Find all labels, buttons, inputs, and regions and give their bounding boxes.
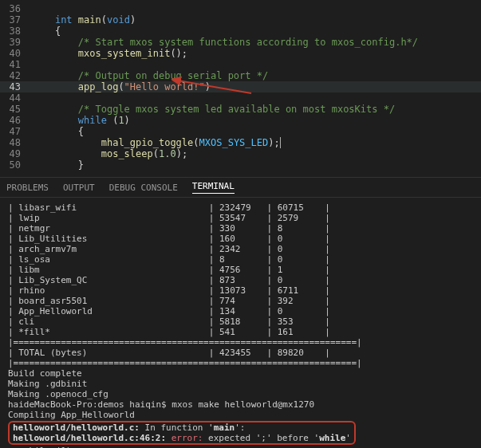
code-line[interactable]: 47 { (0, 126, 481, 137)
terminal-line: | cli | 5818 | 353 | (8, 316, 473, 327)
error-highlight: helloworld/helloworld.c: In function 'ma… (8, 421, 356, 445)
terminal-line: | TOTAL (bytes) | 423455 | 89820 | (8, 348, 473, 358)
line-number: 48 (0, 137, 32, 148)
terminal-line: | Lib_System_QC | 873 | 0 | (8, 275, 473, 285)
terminal-line: haideMacBook-Pro:demos haiqin$ mxos make… (8, 399, 473, 410)
terminal-line: | Lib_Utilities | 160 | 0 | (8, 234, 473, 244)
terminal-panel[interactable]: | libasr_wifi | 232479 | 60715 || lwip |… (0, 198, 481, 448)
terminal-line: | *fill* | 541 | 161 | (8, 327, 473, 337)
line-number: 40 (0, 48, 32, 59)
line-number: 44 (0, 92, 32, 104)
tab-debug-console[interactable]: DEBUG CONSOLE (109, 183, 178, 193)
terminal-line: |=======================================… (8, 337, 473, 348)
svg-line-0 (178, 81, 251, 93)
code-editor[interactable]: 3637 int main(void)38 {39 /* Start mxos … (0, 0, 481, 177)
code-line[interactable]: 41 (0, 59, 481, 70)
terminal-line: Making .gdbinit (8, 379, 473, 389)
code-line[interactable]: 45 /* Toggle mxos system led available o… (0, 104, 481, 115)
terminal-line: Build complete (8, 368, 473, 379)
line-number: 50 (0, 159, 32, 171)
terminal-line: | board_asr5501 | 774 | 392 | (8, 296, 473, 306)
tab-problems[interactable]: PROBLEMS (6, 183, 49, 193)
terminal-line: |=======================================… (8, 358, 473, 368)
code-line[interactable]: 48 mhal_gpio_toggle(MXOS_SYS_LED); (0, 137, 481, 148)
code-line[interactable]: 37 int main(void) (0, 14, 481, 26)
code-line[interactable]: 50 } (0, 159, 481, 171)
terminal-line: | rhino | 13073 | 6711 | (8, 285, 473, 296)
terminal-line: | libm | 4756 | 1 | (8, 265, 473, 275)
code-line[interactable]: 49 mos_sleep(1.0); (0, 148, 481, 159)
tab-output[interactable]: OUTPUT (63, 183, 95, 193)
annotation-arrow-icon (172, 76, 259, 100)
code-line[interactable]: 46 while (1) (0, 115, 481, 126)
tab-terminal[interactable]: TERMINAL (192, 181, 235, 194)
line-number: 36 (0, 3, 32, 14)
terminal-line: Making .openocd_cfg (8, 389, 473, 399)
line-number: 46 (0, 115, 32, 126)
terminal-line: | netmgr | 330 | 8 | (8, 223, 473, 234)
line-number: 37 (0, 14, 32, 26)
code-line[interactable]: 40 mxos_system_init(); (0, 48, 481, 59)
line-number: 49 (0, 148, 32, 159)
terminal-line: | arch_armv7m | 2342 | 0 | (8, 244, 473, 254)
terminal-line: | lwip | 53547 | 2579 | (8, 213, 473, 223)
code-line[interactable]: 39 /* Start mxos system functions accord… (0, 37, 481, 48)
terminal-line: | libasr_wifi | 232479 | 60715 | (8, 202, 473, 213)
line-number: 41 (0, 59, 32, 70)
line-number: 47 (0, 126, 32, 137)
line-number: 38 (0, 26, 32, 37)
code-line[interactable]: 36 (0, 3, 481, 14)
terminal-line: | App_Helloworld | 134 | 0 | (8, 306, 473, 316)
line-number: 45 (0, 104, 32, 115)
terminal-line: | ls_osa | 8 | 0 | (8, 254, 473, 265)
panel-tabs: PROBLEMSOUTPUTDEBUG CONSOLETERMINAL (0, 177, 481, 198)
line-number: 42 (0, 70, 32, 81)
line-number: 43 (0, 81, 32, 92)
code-line[interactable]: 38 { (0, 26, 481, 37)
line-number: 39 (0, 37, 32, 48)
terminal-line: Compiling App_Helloworld (8, 410, 473, 420)
